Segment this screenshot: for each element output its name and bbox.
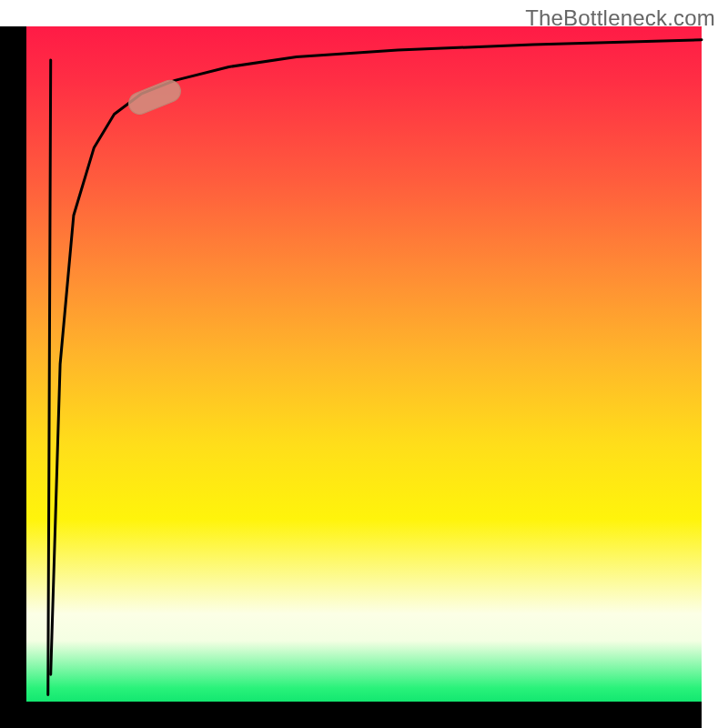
y-axis-bar bbox=[0, 26, 26, 702]
axis-origin-corner bbox=[0, 702, 26, 728]
curve-highlight-marker bbox=[126, 77, 184, 117]
curve-group bbox=[48, 40, 702, 695]
branding-label: TheBottleneck.com bbox=[525, 5, 715, 31]
x-axis-bar bbox=[26, 702, 702, 728]
main-curve bbox=[51, 40, 702, 675]
curve-layer bbox=[26, 26, 702, 702]
bottleneck-chart-canvas: TheBottleneck.com bbox=[0, 0, 728, 728]
spike-line bbox=[48, 60, 51, 694]
